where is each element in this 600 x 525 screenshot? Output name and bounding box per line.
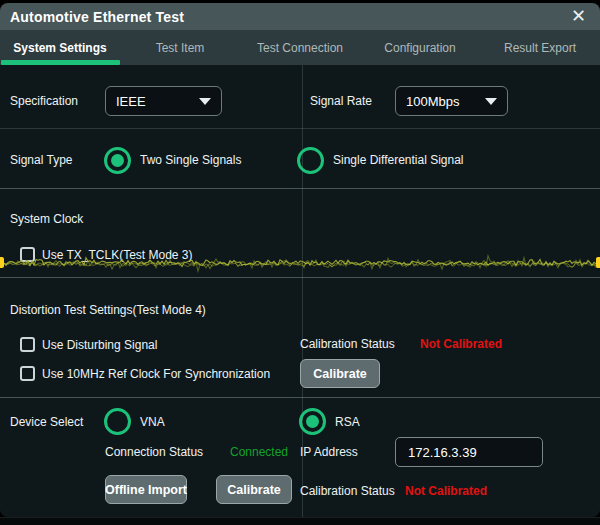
radio-two-single-signals[interactable] <box>104 147 131 174</box>
close-icon[interactable]: ✕ <box>571 4 586 29</box>
device-select-label: Device Select <box>10 414 83 430</box>
ip-address-label: IP Address <box>300 444 358 460</box>
radio-two-single-signals-label: Two Single Signals <box>140 152 241 168</box>
signal-rate-dropdown[interactable]: 100Mbps <box>395 86 508 116</box>
tab-label: Test Item <box>156 41 205 55</box>
signal-rate-value: 100Mbps <box>406 94 459 109</box>
tab-configuration[interactable]: Configuration <box>360 30 480 65</box>
signal-type-label: Signal Type <box>10 152 73 168</box>
dialog-titlebar: Automotive Ethernet Test ✕ <box>0 3 600 30</box>
specification-dropdown[interactable]: IEEE <box>105 86 222 116</box>
tab-system-settings[interactable]: System Settings <box>0 30 120 65</box>
automotive-ethernet-test-dialog: Automotive Ethernet Test ✕ System Settin… <box>0 3 600 517</box>
section-divider <box>0 397 600 398</box>
channel-waveform-trace <box>0 254 600 274</box>
connection-status-value: Connected <box>230 444 288 460</box>
device-calibration-status-label: Calibration Status <box>300 483 395 499</box>
specification-label: Specification <box>10 93 78 109</box>
tab-label: System Settings <box>13 41 106 55</box>
tab-label: Configuration <box>384 41 455 55</box>
oscilloscope-screen: Automotive Ethernet Test ✕ System Settin… <box>0 0 600 525</box>
use-10mhz-ref-clock-label: Use 10MHz Ref Clock For Synchronization <box>42 366 270 382</box>
tab-bar: System Settings Test Item Test Connectio… <box>0 30 600 65</box>
tab-label: Test Connection <box>257 41 343 55</box>
radio-single-differential-signal-label: Single Differential Signal <box>333 152 464 168</box>
device-calibrate-button[interactable]: Calibrate <box>216 475 292 504</box>
radio-rsa[interactable] <box>299 408 326 435</box>
distortion-calibration-status-value: Not Calibrated <box>420 336 502 352</box>
dialog-body: Specification IEEE Signal Rate 100Mbps S… <box>0 65 600 517</box>
radio-rsa-label: RSA <box>335 414 360 430</box>
offline-import-button[interactable]: Offline Import <box>105 475 187 504</box>
radio-vna-label: VNA <box>140 414 165 430</box>
chevron-down-icon <box>485 98 497 105</box>
connection-status-label: Connection Status <box>105 444 203 460</box>
distortion-calibration-status-label: Calibration Status <box>300 336 395 352</box>
specification-value: IEEE <box>116 94 146 109</box>
tab-label: Result Export <box>504 41 576 55</box>
use-10mhz-ref-clock-checkbox[interactable] <box>20 366 35 381</box>
use-disturbing-signal-checkbox[interactable] <box>20 337 35 352</box>
device-calibration-status-value: Not Calibrated <box>405 483 487 499</box>
dialog-title: Automotive Ethernet Test <box>10 9 184 25</box>
signal-rate-label: Signal Rate <box>310 93 372 109</box>
distortion-calibrate-button[interactable]: Calibrate <box>300 359 380 388</box>
section-divider <box>0 128 600 129</box>
distortion-section-label: Distortion Test Settings(Test Mode 4) <box>10 302 206 318</box>
tab-result-export[interactable]: Result Export <box>480 30 600 65</box>
section-divider <box>0 188 600 189</box>
radio-vna[interactable] <box>104 408 131 435</box>
radio-single-differential-signal[interactable] <box>297 147 324 174</box>
tab-test-item[interactable]: Test Item <box>120 30 240 65</box>
system-clock-section-label: System Clock <box>10 211 83 227</box>
channel-marker-left-icon <box>0 257 4 268</box>
section-divider <box>0 277 600 278</box>
tab-test-connection[interactable]: Test Connection <box>240 30 360 65</box>
ip-address-input[interactable] <box>395 437 543 467</box>
channel-marker-right-icon <box>596 257 600 268</box>
screen-bottom-strip <box>0 517 600 525</box>
chevron-down-icon <box>199 98 211 105</box>
use-disturbing-signal-label: Use Disturbing Signal <box>42 337 157 353</box>
